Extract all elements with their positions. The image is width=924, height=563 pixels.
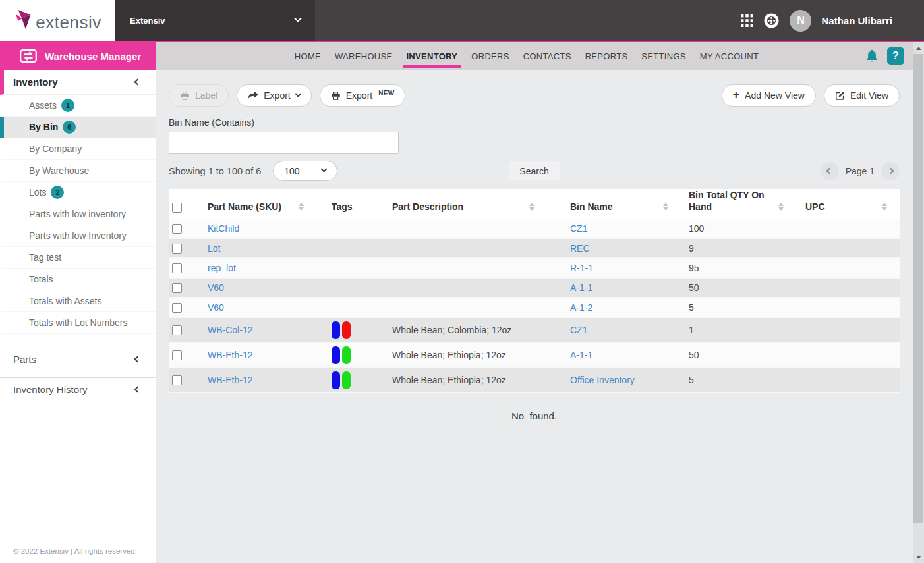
sidebar-item-label: Assets	[29, 100, 57, 111]
vertical-scrollbar[interactable]	[913, 42, 924, 563]
search-button[interactable]: Search	[508, 161, 560, 180]
sidebar-section-parts[interactable]: Parts	[0, 347, 156, 371]
sidebar-item-totals[interactable]: Totals	[0, 269, 156, 290]
row-checkbox[interactable]	[172, 244, 182, 254]
sidebar-item-totals-with-lot-numbers[interactable]: Totals with Lot Numbers	[0, 312, 156, 334]
column-header-bin-name[interactable]: Bin Name	[570, 201, 689, 219]
export-button-text: Export	[264, 90, 290, 101]
bin-name-link[interactable]: R-1-1	[570, 263, 593, 273]
chevron-right-icon	[887, 168, 894, 174]
tag-pill[interactable]	[342, 346, 351, 364]
bin-name-link[interactable]: A-1-2	[570, 302, 592, 313]
part-name-link[interactable]: WB-Eth-12	[208, 350, 252, 360]
tag-pill[interactable]	[342, 371, 351, 389]
part-name-link[interactable]: V60	[208, 282, 224, 293]
part-name-link[interactable]: WB-Eth-12	[208, 375, 252, 385]
scrollbar-thumb[interactable]	[913, 54, 923, 523]
row-checkbox[interactable]	[172, 325, 182, 335]
account-selector-dropdown[interactable]: Extensiv	[115, 0, 315, 41]
nav-item-orders[interactable]: ORDERS	[471, 42, 509, 70]
sidebar-item-totals-with-assets[interactable]: Totals with Assets	[0, 290, 156, 312]
apps-grid-icon[interactable]	[741, 14, 753, 27]
nav-item-warehouse[interactable]: WAREHOUSE	[335, 42, 392, 70]
sidebar-item-by-company[interactable]: By Company	[0, 138, 156, 160]
export-new-button[interactable]: Export NEW	[320, 84, 406, 107]
row-checkbox[interactable]	[172, 263, 182, 273]
row-checkbox[interactable]	[172, 303, 182, 313]
sidebar-item-label: Totals with Lot Numbers	[29, 317, 127, 328]
bin-name-cell: R-1-1	[570, 263, 689, 273]
sort-icon[interactable]	[882, 203, 887, 213]
page-size-select[interactable]: 100	[273, 161, 337, 181]
bin-name-link[interactable]: A-1-1	[570, 282, 592, 293]
bin-name-link[interactable]: CZ1	[570, 325, 587, 335]
nav-item-reports[interactable]: REPORTS	[585, 42, 628, 70]
sidebar-item-parts-with-low-inventory[interactable]: Parts with low Inventory	[0, 225, 156, 247]
nav-item-my-account[interactable]: MY ACCOUNT	[700, 42, 759, 70]
tag-pill[interactable]	[342, 321, 351, 339]
sidebar-section-inventory[interactable]: Inventory	[0, 70, 156, 95]
column-header-part-name-sku[interactable]: Part Name (SKU)	[198, 201, 330, 219]
edit-view-button[interactable]: Edit View	[824, 84, 900, 107]
bin-name-filter-input[interactable]	[169, 132, 399, 154]
add-new-view-button[interactable]: + Add New View	[722, 84, 816, 107]
row-checkbox[interactable]	[172, 375, 182, 385]
sidebar-item-by-bin[interactable]: By Bin6	[0, 117, 156, 138]
sidebar-section-inventory-history[interactable]: Inventory History	[0, 377, 156, 401]
select-all-checkbox[interactable]	[172, 203, 182, 213]
label-button[interactable]: Label	[169, 84, 229, 107]
triangle-down-icon	[663, 207, 668, 211]
tag-pill[interactable]	[332, 346, 340, 364]
nav-item-inventory[interactable]: INVENTORY	[406, 42, 457, 70]
export-button[interactable]: Export	[237, 84, 311, 107]
column-header-upc[interactable]: UPC	[804, 201, 899, 219]
support-ring-icon[interactable]	[763, 13, 780, 29]
part-name-link[interactable]: Lot	[208, 243, 220, 254]
bell-icon[interactable]	[865, 48, 879, 64]
sidebar-item-lots[interactable]: Lots2	[0, 182, 156, 203]
sidebar-item-tag-test[interactable]: Tag test	[0, 247, 156, 269]
user-name[interactable]: Nathan Ulibarri	[821, 15, 892, 26]
row-checkbox[interactable]	[172, 283, 182, 293]
sort-icon[interactable]	[299, 203, 304, 213]
row-select-cell	[169, 283, 198, 293]
scroll-down-button[interactable]	[913, 552, 924, 563]
tag-pill[interactable]	[332, 321, 340, 339]
next-page-button[interactable]	[881, 162, 900, 180]
help-button[interactable]: ?	[887, 47, 904, 65]
column-header-tags[interactable]: Tags	[330, 201, 392, 219]
part-name-link[interactable]: KitChild	[208, 223, 239, 234]
nav-item-home[interactable]: HOME	[295, 42, 321, 70]
sidebar-item-assets[interactable]: Assets1	[0, 95, 156, 117]
prev-page-button[interactable]	[821, 162, 839, 180]
tags-cell	[330, 371, 392, 389]
bin-name-link[interactable]: REC	[570, 243, 590, 254]
part-name-link[interactable]: V60	[208, 302, 224, 313]
sidebar-item-by-warehouse[interactable]: By Warehouse	[0, 160, 156, 182]
tag-pill[interactable]	[332, 371, 340, 389]
bin-name-link[interactable]: Office Inventory	[570, 375, 635, 385]
avatar[interactable]: N	[790, 10, 811, 32]
bin-name-link[interactable]: A-1-1	[570, 350, 592, 360]
part-name-link[interactable]: WB-Col-12	[208, 325, 252, 335]
bin-name-cell: REC	[570, 243, 689, 254]
bin-name-link[interactable]: CZ1	[570, 223, 587, 234]
nav-item-contacts[interactable]: CONTACTS	[523, 42, 571, 70]
column-header-part-description[interactable]: Part Description	[392, 201, 570, 219]
count-badge: 2	[51, 186, 64, 199]
nav-item-settings[interactable]: SETTINGS	[641, 42, 685, 70]
sidebar-item-parts-with-low-inventory[interactable]: Parts with low inventory	[0, 203, 156, 225]
qty-on-hand-cell: 9	[689, 243, 804, 254]
hummingbird-logo-icon	[14, 8, 35, 33]
row-checkbox[interactable]	[172, 224, 182, 234]
sidebar-item-label: By Warehouse	[29, 165, 89, 176]
export-arrow-icon	[248, 91, 258, 100]
scroll-up-button[interactable]	[913, 43, 924, 54]
sort-icon[interactable]	[529, 203, 534, 213]
column-header-bin-total-qty-on-hand[interactable]: Bin Total QTY On Hand	[689, 190, 804, 219]
part-name-link[interactable]: rep_lot	[208, 263, 236, 273]
new-badge: NEW	[378, 90, 394, 97]
sort-icon[interactable]	[663, 203, 668, 213]
sort-icon[interactable]	[778, 203, 784, 213]
row-checkbox[interactable]	[172, 350, 182, 360]
